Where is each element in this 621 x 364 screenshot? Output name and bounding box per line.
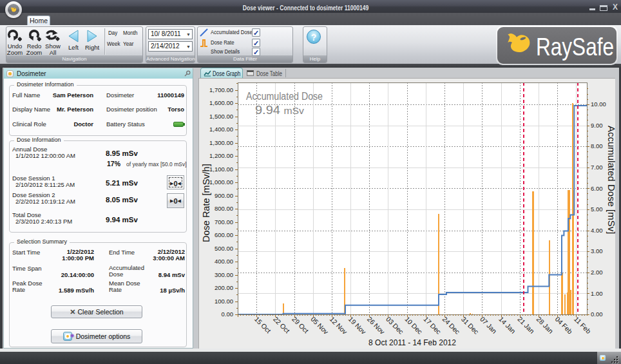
svg-text:1,200.00: 1,200.00 xyxy=(209,152,233,159)
svg-text:1,000.00: 1,000.00 xyxy=(209,178,233,186)
svg-text:Accumulated Dose: Accumulated Dose xyxy=(246,91,323,102)
svg-text:500.00: 500.00 xyxy=(215,245,233,252)
svg-text:0.00: 0.00 xyxy=(591,311,603,318)
svg-text:2.00: 2.00 xyxy=(591,269,603,276)
svg-text:1,500.00: 1,500.00 xyxy=(209,113,233,120)
svg-text:9.94 mSv: 9.94 mSv xyxy=(255,103,305,117)
svg-text:700.00: 700.00 xyxy=(215,218,233,225)
svg-text:400.00: 400.00 xyxy=(215,258,233,265)
svg-text:6.00: 6.00 xyxy=(591,185,603,192)
svg-text:900.00: 900.00 xyxy=(215,192,233,199)
svg-text:4.00: 4.00 xyxy=(591,227,603,234)
svg-text:5.00: 5.00 xyxy=(591,206,603,213)
svg-text:10.00: 10.00 xyxy=(591,101,606,108)
svg-text:0.00: 0.00 xyxy=(222,311,234,318)
svg-text:600.00: 600.00 xyxy=(215,231,233,238)
svg-text:7.00: 7.00 xyxy=(591,164,603,171)
svg-text:1,100.00: 1,100.00 xyxy=(209,166,233,173)
svg-text:1,600.00: 1,600.00 xyxy=(209,99,233,106)
svg-text:1,300.00: 1,300.00 xyxy=(209,139,233,146)
svg-text:100.00: 100.00 xyxy=(215,298,233,305)
svg-text:Dose Rate [mSv/h]: Dose Rate [mSv/h] xyxy=(201,164,211,242)
svg-text:1,400.00: 1,400.00 xyxy=(209,126,233,133)
svg-text:Accumulated Dose [mSv]: Accumulated Dose [mSv] xyxy=(606,126,615,234)
svg-text:8 Oct 2011 - 14 Feb 2012: 8 Oct 2011 - 14 Feb 2012 xyxy=(368,338,456,347)
svg-text:800.00: 800.00 xyxy=(215,205,233,212)
svg-text:1.00: 1.00 xyxy=(591,290,603,297)
svg-text:1,700.00: 1,700.00 xyxy=(209,86,233,93)
svg-text:200.00: 200.00 xyxy=(215,284,233,291)
svg-text:9.00: 9.00 xyxy=(591,122,603,129)
svg-text:3.00: 3.00 xyxy=(591,247,603,254)
svg-text:300.00: 300.00 xyxy=(215,271,233,278)
svg-text:8.00: 8.00 xyxy=(591,142,603,149)
